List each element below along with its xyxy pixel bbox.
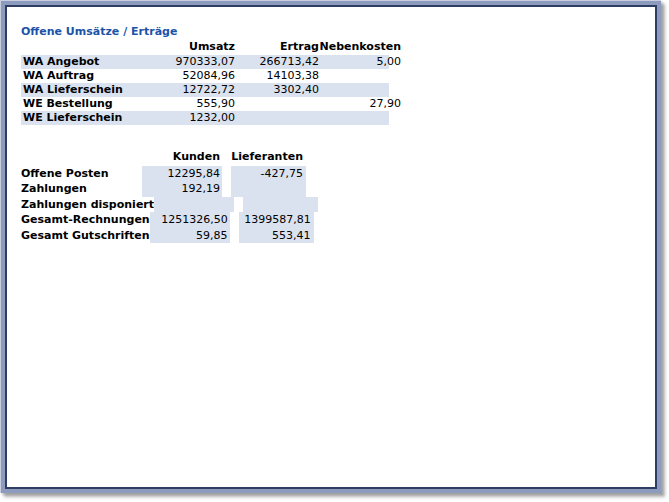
cell-lieferanten xyxy=(231,181,306,196)
cell-kunden xyxy=(154,197,234,212)
cell-umsatz: 12722,72 xyxy=(153,83,235,97)
column-header-lieferanten: Lieferanten xyxy=(231,150,306,166)
cell-kunden: 59,85 xyxy=(150,228,230,243)
sales-table: Umsatz Ertrag Nebenkosten WA Angebot 970… xyxy=(21,40,389,125)
column-gap xyxy=(222,150,231,166)
column-header-ertrag: Ertrag xyxy=(235,40,319,55)
cell-kunden: 192,19 xyxy=(142,181,222,196)
column-header-blank xyxy=(21,150,142,166)
column-header-nebenkosten: Nebenkosten xyxy=(319,40,403,55)
row-label: Zahlungen disponiert xyxy=(21,197,154,212)
cell-kunden: 1251326,50 xyxy=(150,212,230,227)
table-row: WA Auftrag 52084,96 14103,38 xyxy=(21,69,389,83)
report-window-frame: Offene Umsätze / Erträge Umsatz Ertrag N… xyxy=(0,0,661,493)
row-label: Offene Posten xyxy=(21,166,142,181)
column-header-blank xyxy=(21,40,153,55)
cell-nebenkosten xyxy=(319,83,403,97)
table-row: WA Angebot 970333,07 266713,42 5,00 xyxy=(21,55,389,69)
cell-lieferanten: 1399587,81 xyxy=(239,212,314,227)
cell-ertrag: 266713,42 xyxy=(235,55,319,69)
table-row: Gesamt Gutschriften 59,85 553,41 xyxy=(21,228,306,243)
cell-nebenkosten xyxy=(319,111,403,125)
page-title: Offene Umsätze / Erträge xyxy=(21,25,177,38)
cell-ertrag xyxy=(235,97,319,111)
table-row: WA Lieferschein 12722,72 3302,40 xyxy=(21,83,389,97)
cell-nebenkosten xyxy=(319,69,403,83)
cell-ertrag: 3302,40 xyxy=(235,83,319,97)
table-row: WE Bestellung 555,90 27,90 xyxy=(21,97,389,111)
column-gap xyxy=(230,212,239,227)
column-gap xyxy=(230,228,239,243)
row-label: WA Angebot xyxy=(21,55,153,69)
cell-nebenkosten: 5,00 xyxy=(319,55,403,69)
cell-lieferanten: -427,75 xyxy=(231,166,306,181)
cell-lieferanten xyxy=(243,197,318,212)
row-label: WA Lieferschein xyxy=(21,83,153,97)
column-header-kunden: Kunden xyxy=(142,150,222,166)
table-row: Offene Posten 12295,84 -427,75 xyxy=(21,166,306,181)
report-window-content: Offene Umsätze / Erträge Umsatz Ertrag N… xyxy=(5,5,657,489)
table-row: Gesamt-Rechnungen 1251326,50 1399587,81 xyxy=(21,212,306,227)
column-gap xyxy=(222,181,231,196)
balances-table: Kunden Lieferanten Offene Posten 12295,8… xyxy=(21,150,306,243)
table-row: Zahlungen disponiert xyxy=(21,197,306,212)
sales-table-header-row: Umsatz Ertrag Nebenkosten xyxy=(21,40,389,55)
cell-umsatz: 970333,07 xyxy=(153,55,235,69)
column-gap xyxy=(234,197,243,212)
row-label: Zahlungen xyxy=(21,181,142,196)
table-row: WE Lieferschein 1232,00 xyxy=(21,111,389,125)
row-label: Gesamt Gutschriften xyxy=(21,228,150,243)
cell-umsatz: 52084,96 xyxy=(153,69,235,83)
cell-nebenkosten: 27,90 xyxy=(319,97,403,111)
cell-ertrag: 14103,38 xyxy=(235,69,319,83)
cell-umsatz: 1232,00 xyxy=(153,111,235,125)
row-label: Gesamt-Rechnungen xyxy=(21,212,150,227)
cell-kunden: 12295,84 xyxy=(142,166,222,181)
cell-umsatz: 555,90 xyxy=(153,97,235,111)
column-header-umsatz: Umsatz xyxy=(153,40,235,55)
cell-lieferanten: 553,41 xyxy=(239,228,314,243)
table-row: Zahlungen 192,19 xyxy=(21,181,306,196)
row-label: WA Auftrag xyxy=(21,69,153,83)
row-label: WE Lieferschein xyxy=(21,111,153,125)
balances-table-header-row: Kunden Lieferanten xyxy=(21,150,306,166)
cell-ertrag xyxy=(235,111,319,125)
column-gap xyxy=(222,166,231,181)
row-label: WE Bestellung xyxy=(21,97,153,111)
